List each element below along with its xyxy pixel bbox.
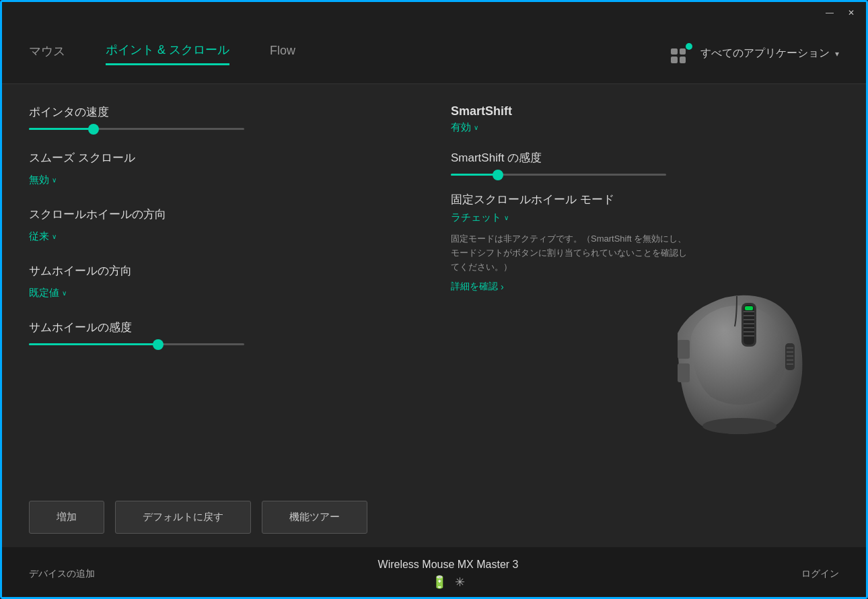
side-btn-2 [678, 363, 690, 382]
header-right: すべてのアプリケーション ▾ [671, 43, 839, 65]
app-selector[interactable]: すべてのアプリケーション ▾ [700, 46, 839, 61]
details-link-arrow: › [501, 281, 504, 292]
fixed-mode-arrow: ∨ [504, 214, 509, 221]
scroll-direction-dropdown[interactable]: 従来 ∨ [29, 230, 431, 243]
app-selector-label: すべてのアプリケーション [700, 46, 830, 61]
content-wrapper: ポインタの速度 スムーズ スクロール 無効 ∨ [2, 84, 866, 487]
fixed-mode-value: ラチェット [451, 211, 501, 224]
thumb-wheel-direction-dropdown[interactable]: 既定値 ∨ [29, 287, 431, 300]
smooth-scroll-dropdown[interactable]: 無効 ∨ [29, 174, 431, 186]
footer: デバイスの追加 Wireless Mouse MX Master 3 🔋 ✳ ロ… [2, 547, 866, 599]
pointer-speed-section: ポインタの速度 [29, 104, 431, 130]
smartshift-dropdown[interactable]: 有効 ∨ [451, 121, 839, 134]
thumb-wheel-direction-value: 既定値 [29, 287, 59, 300]
smartshift-value: 有効 [451, 121, 471, 134]
wheel-led [745, 306, 753, 310]
smartshift-arrow: ∨ [474, 124, 478, 131]
smartshift-sensitivity-slider[interactable] [451, 174, 839, 176]
smartshift-sensitivity-thumb[interactable] [493, 170, 503, 180]
smartshift-section: SmartShift 有効 ∨ [451, 104, 839, 134]
scroll-direction-title: スクロールホイールの方向 [29, 207, 431, 222]
thumb-sensitivity-fill [29, 343, 158, 345]
grid-sq-3 [671, 57, 678, 63]
smartshift-sensitivity-fill [451, 174, 498, 176]
smartshift-title: SmartShift [451, 104, 839, 118]
connection-icon: ✳ [455, 575, 465, 590]
notification-dot [686, 43, 692, 50]
tab-bar: マウス ポイント & スクロール Flow [29, 42, 671, 65]
minimize-button[interactable]: — [820, 5, 839, 20]
thumb-wheel-direction-section: サムホイールの方向 既定値 ∨ [29, 263, 431, 300]
grid-sq-2 [680, 48, 686, 55]
grid-sq-1 [671, 48, 678, 55]
battery-icon: 🔋 [432, 575, 447, 590]
scroll-direction-arrow: ∨ [52, 233, 57, 240]
mouse-svg [637, 266, 839, 434]
mouse-top [691, 306, 785, 405]
header: マウス ポイント & スクロール Flow すべてのアプリケーション ▾ [2, 24, 866, 84]
add-device-link[interactable]: デバイスの追加 [29, 568, 95, 580]
device-info: Wireless Mouse MX Master 3 🔋 ✳ [378, 559, 519, 590]
thumb-sensitivity-track [29, 343, 244, 345]
smooth-scroll-title: スムーズ スクロール [29, 150, 431, 166]
fixed-mode-title: 固定スクロールホイール モード [451, 192, 839, 207]
tab-mouse[interactable]: マウス [29, 43, 65, 65]
left-column: ポインタの速度 スムーズ スクロール 無効 ∨ [29, 104, 431, 467]
right-column: SmartShift 有効 ∨ SmartShift の感度 [437, 104, 839, 467]
title-bar: — ✕ [2, 2, 866, 24]
increase-button[interactable]: 増加 [29, 501, 104, 534]
main-grid: ポインタの速度 スムーズ スクロール 無効 ∨ [2, 84, 866, 487]
scroll-direction-section: スクロールホイールの方向 従来 ∨ [29, 207, 431, 243]
thumb-wheel-sensitivity-slider[interactable] [29, 343, 431, 345]
device-name: Wireless Mouse MX Master 3 [378, 559, 519, 571]
app-container: マウス ポイント & スクロール Flow すべてのアプリケーション ▾ [2, 24, 866, 599]
thumb-wheel-sensitivity-section: サムホイールの感度 [29, 320, 431, 345]
app-grid-icon[interactable] [671, 43, 692, 65]
chevron-down-icon: ▾ [835, 49, 839, 59]
grid-sq-4 [680, 57, 686, 63]
tab-point-scroll[interactable]: ポイント & スクロール [106, 42, 229, 65]
smartshift-sensitivity-title: SmartShift の感度 [451, 150, 839, 166]
login-link[interactable]: ログイン [801, 568, 839, 580]
fixed-mode-dropdown[interactable]: ラチェット ∨ [451, 211, 839, 224]
smooth-scroll-value: 無効 [29, 174, 49, 186]
pointer-speed-title: ポインタの速度 [29, 104, 431, 120]
pointer-speed-fill [29, 128, 94, 130]
thumb-wheel [785, 343, 795, 370]
bottom-buttons: 増加 デフォルトに戻す 機能ツアー [2, 487, 866, 547]
pointer-speed-thumb[interactable] [88, 124, 99, 135]
grid-squares [671, 48, 686, 63]
thumb-sensitivity-thumb[interactable] [153, 339, 164, 350]
thumb-wheel-sensitivity-title: サムホイールの感度 [29, 320, 431, 335]
tab-flow[interactable]: Flow [270, 44, 295, 63]
tour-button[interactable]: 機能ツアー [262, 501, 367, 534]
smooth-scroll-arrow: ∨ [52, 176, 57, 184]
details-link-text: 詳細を確認 [451, 281, 498, 293]
smooth-scroll-section: スムーズ スクロール 無効 ∨ [29, 150, 431, 186]
side-btn-1 [678, 340, 690, 359]
scroll-direction-value: 従来 [29, 230, 49, 243]
reset-button[interactable]: デフォルトに戻す [115, 501, 251, 534]
close-button[interactable]: ✕ [842, 5, 861, 20]
thumb-wheel-direction-title: サムホイールの方向 [29, 263, 431, 279]
mouse-bottom [702, 418, 776, 434]
pointer-speed-track [29, 128, 244, 130]
thumb-wheel-direction-arrow: ∨ [62, 289, 67, 297]
mouse-image [637, 266, 839, 434]
device-icons: 🔋 ✳ [378, 575, 519, 590]
smartshift-sensitivity-track [451, 174, 666, 176]
pointer-speed-slider[interactable] [29, 128, 431, 130]
scroll-wheel [744, 305, 754, 345]
smartshift-sensitivity-section: SmartShift の感度 [451, 150, 839, 176]
